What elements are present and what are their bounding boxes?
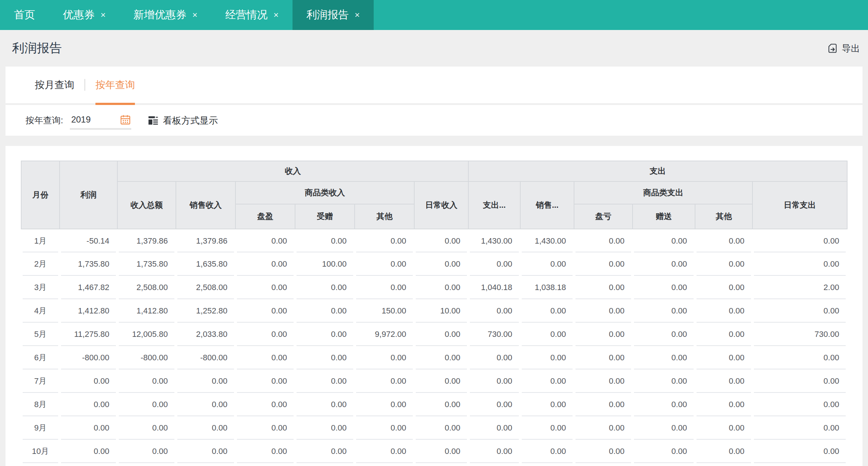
value-cell: 0.00 <box>752 346 847 369</box>
value-cell: 0.00 <box>176 440 235 463</box>
value-cell: 0.00 <box>574 299 633 323</box>
col-header-other-income: 其他 <box>355 204 414 229</box>
profit-report-table: 月份 利润 收入 支出 收入总额 销售收入 商品类收入 日常收入 支出... 销… <box>21 161 848 463</box>
value-cell: 0.00 <box>295 440 355 463</box>
value-cell: 0.00 <box>60 440 117 463</box>
nav-tab-经营情况[interactable]: 经营情况× <box>211 0 293 30</box>
col-header-income-total: 收入总额 <box>117 181 176 229</box>
value-cell: 0.00 <box>695 369 752 393</box>
table-head: 月份 利润 收入 支出 收入总额 销售收入 商品类收入 日常收入 支出... 销… <box>21 161 847 229</box>
month-cell: 8月 <box>21 393 60 416</box>
export-button[interactable]: 导出 <box>827 42 860 55</box>
nav-tab-优惠券[interactable]: 优惠券× <box>49 0 120 30</box>
value-cell: 0.00 <box>235 369 295 393</box>
value-cell: 0.00 <box>695 440 752 463</box>
value-cell: 0.00 <box>752 252 847 276</box>
value-cell: 0.00 <box>695 416 752 440</box>
value-cell: 0.00 <box>295 323 355 346</box>
value-cell: 150.00 <box>355 299 414 323</box>
value-cell: 0.00 <box>633 229 695 252</box>
value-cell: 0.00 <box>176 393 235 416</box>
table-row: 6月-800.00-800.00-800.000.000.000.000.000… <box>21 346 847 369</box>
year-filter-label: 按年查询: <box>26 114 63 126</box>
table-row: 2月1,735.801,735.801,635.800.00100.000.00… <box>21 252 847 276</box>
value-cell: 0.00 <box>695 299 752 323</box>
value-cell: 1,735.80 <box>60 252 117 276</box>
value-cell: 1,412.80 <box>117 299 176 323</box>
value-cell: 0.00 <box>468 393 520 416</box>
col-header-gift-given: 赠送 <box>633 204 695 229</box>
value-cell: 0.00 <box>117 369 176 393</box>
value-cell: 0.00 <box>574 440 633 463</box>
nav-tab-label: 利润报告 <box>306 8 349 22</box>
value-cell: 2,508.00 <box>176 276 235 299</box>
value-cell: 0.00 <box>295 346 355 369</box>
value-cell: 1,430.00 <box>520 229 574 252</box>
col-header-inventory-surplus: 盘盈 <box>235 204 295 229</box>
value-cell: 0.00 <box>355 369 414 393</box>
value-cell: 2,508.00 <box>117 276 176 299</box>
value-cell: 2,033.80 <box>176 323 235 346</box>
value-cell: 0.00 <box>574 393 633 416</box>
close-icon[interactable]: × <box>273 11 279 19</box>
month-cell: 10月 <box>21 440 60 463</box>
value-cell: 0.00 <box>414 440 468 463</box>
value-cell: 0.00 <box>695 393 752 416</box>
value-cell: 0.00 <box>355 416 414 440</box>
board-view-icon <box>148 115 158 125</box>
value-cell: 0.00 <box>468 369 520 393</box>
value-cell: 0.00 <box>414 346 468 369</box>
close-icon[interactable]: × <box>192 11 197 19</box>
value-cell: 0.00 <box>235 393 295 416</box>
value-cell: 0.00 <box>695 252 752 276</box>
value-cell: 730.00 <box>752 323 847 346</box>
calendar-icon[interactable] <box>120 114 131 125</box>
value-cell: 0.00 <box>752 440 847 463</box>
tab-monthly-query[interactable]: 按月查询 <box>35 67 74 103</box>
value-cell: 0.00 <box>235 252 295 276</box>
value-cell: 0.00 <box>695 323 752 346</box>
value-cell: 0.00 <box>574 229 633 252</box>
value-cell: 1,430.00 <box>468 229 520 252</box>
close-icon[interactable]: × <box>355 11 360 19</box>
value-cell: -800.00 <box>176 346 235 369</box>
tab-yearly-query[interactable]: 按年查询 <box>95 67 135 103</box>
table-row: 4月1,412.801,412.801,252.800.000.00150.00… <box>21 299 847 323</box>
col-header-daily-expense: 日常支出 <box>752 181 847 229</box>
value-cell: 0.00 <box>117 393 176 416</box>
value-cell: 0.00 <box>355 346 414 369</box>
value-cell: 0.00 <box>574 369 633 393</box>
value-cell: 0.00 <box>414 252 468 276</box>
value-cell: 0.00 <box>414 369 468 393</box>
value-cell: 1,040.18 <box>468 276 520 299</box>
value-cell: 0.00 <box>520 346 574 369</box>
col-header-inventory-loss: 盘亏 <box>574 204 633 229</box>
col-header-other-expense: 其他 <box>695 204 752 229</box>
col-header-daily-income: 日常收入 <box>414 181 468 229</box>
value-cell: 0.00 <box>355 393 414 416</box>
value-cell: 730.00 <box>468 323 520 346</box>
table-row: 8月0.000.000.000.000.000.000.000.000.000.… <box>21 393 847 416</box>
nav-tab-新增优惠券[interactable]: 新增优惠券× <box>120 0 211 30</box>
nav-tab-利润报告[interactable]: 利润报告× <box>293 0 374 30</box>
value-cell: 0.00 <box>60 393 117 416</box>
board-view-toggle[interactable]: 看板方式显示 <box>148 114 218 127</box>
value-cell: 0.00 <box>295 229 355 252</box>
value-cell: 11,275.80 <box>60 323 117 346</box>
nav-tab-label: 首页 <box>14 8 35 22</box>
nav-tab-首页[interactable]: 首页 <box>0 0 49 30</box>
export-icon <box>827 43 838 54</box>
value-cell: 0.00 <box>520 369 574 393</box>
month-cell: 4月 <box>21 299 60 323</box>
close-icon[interactable]: × <box>101 11 106 19</box>
value-cell: 0.00 <box>520 393 574 416</box>
month-cell: 2月 <box>21 252 60 276</box>
year-input[interactable]: 2019 <box>70 111 131 130</box>
value-cell: 0.00 <box>520 440 574 463</box>
value-cell: 0.00 <box>633 276 695 299</box>
value-cell: -800.00 <box>60 346 117 369</box>
value-cell: 0.00 <box>60 369 117 393</box>
value-cell: -50.14 <box>60 229 117 252</box>
table-row: 5月11,275.8012,005.802,033.800.000.009,97… <box>21 323 847 346</box>
col-header-profit: 利润 <box>60 161 117 229</box>
